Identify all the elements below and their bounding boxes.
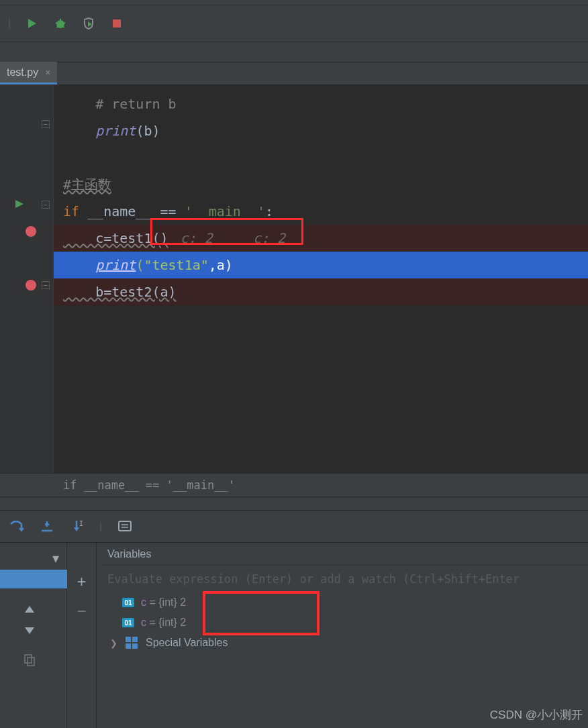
coverage-icon[interactable]	[82, 17, 95, 30]
variables-panel: Variables Evaluate expression (Enter) or…	[97, 543, 588, 728]
svg-marker-22	[25, 627, 34, 634]
var-value: = {int} 2	[146, 596, 186, 608]
grid-icon	[126, 637, 138, 649]
close-icon[interactable]: ×	[45, 67, 50, 78]
debug-toolbar: I |	[0, 511, 588, 543]
svg-text:I: I	[79, 520, 83, 527]
step-over-icon[interactable]	[9, 520, 24, 533]
file-tab-label: test.py	[7, 66, 38, 79]
code-line-breakpoint: c=test1()c: 2 c: 2	[54, 225, 588, 252]
selected-frame-bar[interactable]	[0, 570, 67, 588]
editor-tabs: test.py ×	[0, 62, 588, 85]
run-icon[interactable]	[26, 17, 39, 30]
collapse-icon[interactable]: ▾	[0, 548, 67, 568]
chevron-right-icon: ❯	[110, 638, 117, 648]
breadcrumb-text: if __name__ == '__main__'	[63, 478, 235, 492]
svg-rect-8	[113, 19, 121, 28]
code-line: print(b)	[63, 117, 588, 144]
svg-marker-16	[74, 527, 79, 531]
run-gutter-icon[interactable]	[15, 199, 24, 209]
evaluate-input[interactable]: Evaluate expression (Enter) or add a wat…	[103, 566, 588, 592]
step-into-my-icon[interactable]: I	[70, 519, 83, 534]
inline-value-hint: c: 2 c: 2	[168, 230, 286, 246]
svg-rect-18	[119, 521, 131, 531]
special-variables-row[interactable]: ❯ Special Variables	[103, 633, 588, 653]
code-editor: − − − # return b print(b) #主函数 if __name…	[0, 85, 588, 473]
code-text-area[interactable]: # return b print(b) #主函数 if __name__ == …	[54, 85, 588, 473]
variables-side-buttons: + −	[67, 543, 97, 728]
int-type-icon: 01	[122, 618, 134, 627]
step-into-icon[interactable]	[40, 520, 54, 533]
svg-rect-23	[25, 655, 32, 663]
var-name: c	[141, 596, 146, 608]
svg-marker-13	[44, 521, 50, 525]
navigation-bar	[0, 42, 588, 62]
variables-title: Variables	[103, 543, 588, 566]
svg-marker-11	[19, 528, 24, 532]
prev-frame-icon[interactable]	[0, 599, 67, 619]
next-frame-icon[interactable]	[0, 621, 67, 641]
variable-row[interactable]: 01 c = {int} 2	[103, 592, 588, 613]
breadcrumb[interactable]: if __name__ == '__main__'	[0, 473, 588, 497]
svg-marker-21	[25, 606, 34, 613]
menu-bar	[0, 0, 588, 5]
svg-rect-24	[28, 658, 34, 666]
svg-marker-9	[15, 200, 23, 208]
special-variables-label: Special Variables	[146, 637, 228, 649]
evaluate-icon[interactable]	[118, 521, 132, 533]
fold-icon[interactable]: −	[42, 120, 50, 128]
fold-icon[interactable]: −	[42, 201, 50, 209]
toolbar-divider: |	[8, 17, 11, 30]
fold-icon[interactable]: −	[42, 281, 50, 289]
var-value: = {int} 2	[146, 617, 186, 628]
code-line: if __name__ == '__main__':	[63, 198, 588, 225]
variable-row[interactable]: 01 c = {int} 2	[103, 613, 588, 633]
svg-marker-0	[28, 19, 36, 28]
debug-panel: ▾ + − Variables Evaluate expression (Ent…	[0, 543, 588, 728]
svg-line-3	[56, 23, 58, 23]
breakpoint-icon[interactable]	[26, 226, 36, 237]
file-tab-test-py[interactable]: test.py ×	[0, 62, 57, 85]
code-line: # return b	[63, 91, 588, 117]
copy-icon[interactable]	[0, 650, 67, 670]
int-type-icon: 01	[122, 598, 134, 607]
code-line: #主函数	[63, 171, 588, 198]
svg-line-4	[63, 23, 65, 23]
code-line-current: print("test1a",a)	[54, 252, 588, 278]
remove-watch-icon[interactable]: −	[77, 602, 86, 621]
main-toolbar: |	[0, 5, 588, 42]
breakpoint-icon[interactable]	[26, 280, 36, 291]
code-line	[63, 144, 588, 171]
var-name: c	[141, 617, 146, 628]
evaluate-placeholder: Evaluate expression (Enter) or add a wat…	[107, 572, 520, 586]
separator	[0, 497, 588, 511]
debug-icon[interactable]	[54, 17, 67, 30]
editor-gutter[interactable]: − − −	[0, 85, 54, 473]
stop-icon[interactable]	[110, 17, 124, 30]
watermark: CSDN @小小测开	[490, 707, 583, 723]
debug-side-controls: ▾	[0, 543, 67, 728]
code-line-breakpoint: b=test2(a)	[54, 278, 588, 305]
toolbar-divider: |	[99, 521, 102, 533]
add-watch-icon[interactable]: +	[77, 572, 86, 591]
